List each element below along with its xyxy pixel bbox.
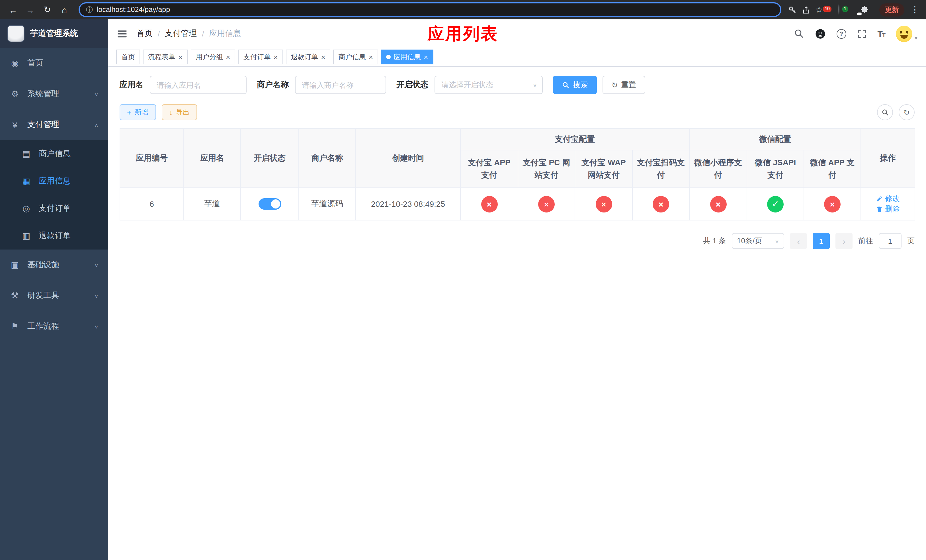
- extension-dark-icon[interactable]: [838, 5, 840, 15]
- wechat-app-status-icon: ×: [824, 196, 841, 212]
- cell-merchant: 芋道源码: [299, 188, 356, 220]
- sidebar-item-app-info[interactable]: ▦ 应用信息: [0, 168, 108, 195]
- close-icon[interactable]: ×: [226, 53, 230, 61]
- user-avatar[interactable]: ▾: [896, 25, 917, 42]
- close-icon[interactable]: ×: [273, 53, 278, 61]
- bookmark-star-icon[interactable]: ☆: [815, 5, 823, 15]
- browser-toolbar: ← → ↻ ⌂ ⓘ localhost:1024/pay/app ☆ 10: [0, 0, 926, 20]
- merchant-name-label: 商户名称: [257, 80, 289, 90]
- help-icon[interactable]: ?: [836, 29, 846, 38]
- table-toolbar: + 新增 ↓ 导出 ↻: [120, 104, 915, 120]
- back-icon[interactable]: ←: [6, 2, 21, 17]
- merchant-name-input[interactable]: [295, 76, 386, 94]
- edit-button[interactable]: 修改: [876, 194, 900, 204]
- reload-icon[interactable]: ↻: [40, 2, 54, 17]
- sidebar-item-label: 支付订单: [39, 203, 71, 213]
- extension-badge-green: 1: [842, 6, 848, 12]
- col-wechat-jsapi: 微信 JSAPI 支付: [747, 150, 804, 188]
- search-button[interactable]: 搜索: [553, 76, 597, 94]
- tab-label: 支付订单: [243, 52, 271, 62]
- browser-menu-icon[interactable]: ⋮: [909, 5, 920, 15]
- toggle-search-button[interactable]: [877, 104, 893, 120]
- status-select[interactable]: 请选择开启状态 ∨: [434, 76, 543, 94]
- export-button[interactable]: ↓ 导出: [162, 104, 197, 120]
- goto-page-input[interactable]: [879, 233, 902, 249]
- col-alipay-qr: 支付宝扫码支付: [632, 150, 689, 188]
- close-icon[interactable]: ×: [369, 53, 373, 61]
- tab-merchant-info[interactable]: 商户信息 ×: [333, 50, 378, 64]
- page-size-select[interactable]: 10条/页 ∨: [732, 233, 784, 249]
- sidebar-fold-icon[interactable]: [117, 28, 127, 39]
- goto-label: 前往: [858, 236, 873, 246]
- app-logo[interactable]: 芋道管理系统: [0, 20, 108, 48]
- add-button[interactable]: + 新增: [120, 104, 156, 120]
- breadcrumb-home[interactable]: 首页: [137, 29, 153, 39]
- page-1-button[interactable]: 1: [813, 233, 830, 249]
- screen: ← → ↻ ⌂ ⓘ localhost:1024/pay/app ☆ 10: [0, 0, 926, 560]
- tab-pay-order[interactable]: 支付订单 ×: [238, 50, 283, 64]
- refresh-table-button[interactable]: ↻: [899, 104, 915, 120]
- share-icon[interactable]: [802, 5, 810, 14]
- sidebar-item-pay-order[interactable]: ◎ 支付订单: [0, 195, 108, 222]
- tab-user-group[interactable]: 用户分组 ×: [191, 50, 235, 64]
- alipay-pc-status-icon: ×: [538, 196, 555, 212]
- col-app-name: 应用名: [184, 129, 241, 188]
- sidebar-item-home[interactable]: ◉ 首页: [0, 48, 108, 79]
- prev-page-button[interactable]: ‹: [790, 233, 807, 249]
- avatar-emoji-icon: [896, 25, 912, 42]
- chevron-down-icon: ∨: [94, 293, 98, 298]
- forward-icon[interactable]: →: [23, 2, 38, 17]
- sidebar-item-system[interactable]: ⚙ 系统管理 ∨: [0, 79, 108, 109]
- next-page-button[interactable]: ›: [835, 233, 853, 249]
- refresh-icon: ↻: [903, 108, 910, 117]
- tools-icon: ⚒: [10, 291, 20, 301]
- close-icon[interactable]: ×: [178, 53, 183, 61]
- app-name-input[interactable]: [150, 76, 247, 94]
- tab-label: 首页: [121, 52, 135, 62]
- tab-label: 退款订单: [291, 52, 318, 62]
- delete-button[interactable]: 删除: [876, 204, 900, 214]
- reset-button[interactable]: ↻ 重置: [602, 76, 645, 94]
- close-icon[interactable]: ×: [321, 53, 325, 61]
- sidebar-item-payment[interactable]: ¥ 支付管理 ∧: [0, 109, 108, 140]
- tab-refund-order[interactable]: 退款订单 ×: [286, 50, 331, 64]
- breadcrumb-current: 应用信息: [209, 29, 241, 39]
- col-created: 创建时间: [356, 129, 460, 188]
- browser-update-button[interactable]: 更新: [879, 3, 904, 16]
- fullscreen-icon[interactable]: [857, 29, 867, 38]
- app-table: 应用编号 应用名 开启状态 商户名称 创建时间 支付宝配置 微信配置 操作 支付…: [120, 128, 915, 221]
- sidebar-item-label: 应用信息: [39, 176, 71, 186]
- workflow-icon: ⚑: [10, 321, 20, 331]
- url-text: localhost:1024/pay/app: [97, 6, 170, 14]
- site-info-icon[interactable]: ⓘ: [86, 5, 93, 15]
- key-icon[interactable]: [788, 5, 796, 14]
- sidebar-item-merchant-info[interactable]: ▤ 商户信息: [0, 140, 108, 168]
- status-label: 开启状态: [396, 80, 428, 90]
- cell-app-id: 6: [120, 188, 184, 220]
- wechat-mini-status-icon: ×: [710, 196, 726, 212]
- yen-icon: ¥: [10, 120, 20, 130]
- tags-view: 首页 流程表单 × 用户分组 × 支付订单 × 退款订单 ×: [108, 48, 926, 67]
- col-group-wechat: 微信配置: [689, 129, 861, 150]
- breadcrumb-payment[interactable]: 支付管理: [165, 29, 197, 39]
- alipay-app-status-icon: ×: [481, 196, 498, 212]
- tab-process-form[interactable]: 流程表单 ×: [143, 50, 188, 64]
- sidebar-item-refund-order[interactable]: ▥ 退款订单: [0, 222, 108, 250]
- home-icon[interactable]: ⌂: [57, 2, 72, 17]
- filter-form: 应用名 商户名称 开启状态 请选择开启状态 ∨: [120, 76, 915, 94]
- sidebar-item-infrastructure[interactable]: ▣ 基础设施 ∨: [0, 250, 108, 280]
- font-size-icon[interactable]: TT: [877, 29, 885, 38]
- search-icon[interactable]: [794, 29, 804, 39]
- github-icon[interactable]: [815, 28, 826, 39]
- enabled-toggle[interactable]: [258, 198, 281, 210]
- tab-home[interactable]: 首页: [116, 50, 140, 64]
- sidebar-item-dev-tools[interactable]: ⚒ 研发工具 ∨: [0, 280, 108, 311]
- close-icon[interactable]: ×: [424, 53, 428, 61]
- chevron-down-icon: ∨: [94, 324, 98, 329]
- tab-label: 流程表单: [148, 52, 176, 62]
- dashboard-icon: ◉: [10, 58, 20, 68]
- sidebar-item-workflow[interactable]: ⚑ 工作流程 ∨: [0, 311, 108, 342]
- url-bar[interactable]: ⓘ localhost:1024/pay/app: [79, 2, 781, 17]
- add-button-label: 新增: [135, 107, 148, 117]
- tab-app-info[interactable]: 应用信息 ×: [381, 50, 433, 64]
